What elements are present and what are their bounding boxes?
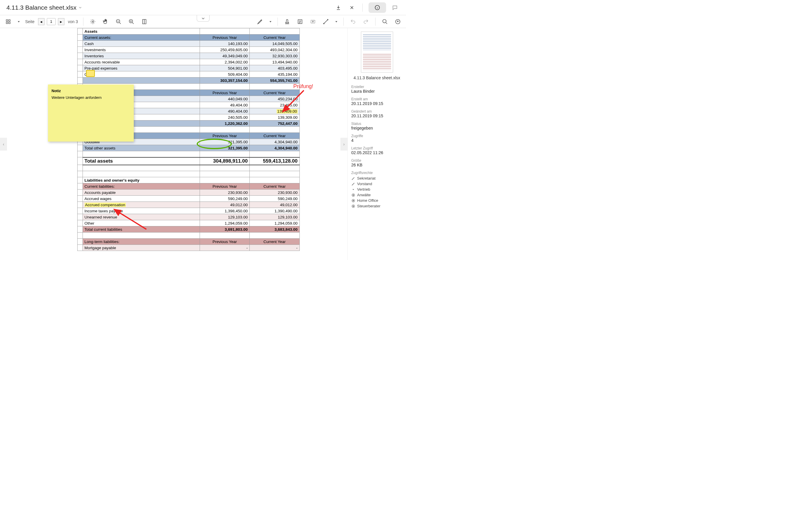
svg-point-6 xyxy=(92,21,94,22)
svg-point-14 xyxy=(327,19,328,20)
titlebar: 4.11.3 Balance sheet.xlsx xyxy=(0,0,406,15)
chevron-down-icon xyxy=(78,5,82,10)
dropdown-arrow[interactable] xyxy=(16,17,22,26)
page-label: Seite xyxy=(25,19,34,24)
close-button[interactable] xyxy=(347,3,356,12)
arrow-annotation-2 xyxy=(111,206,149,232)
svg-rect-4 xyxy=(9,22,10,23)
grid-view-button[interactable] xyxy=(3,17,14,26)
svg-rect-1 xyxy=(6,20,8,21)
sticky-body: Weitere Unterlagen anfordern xyxy=(51,95,102,100)
note-marker-icon[interactable] xyxy=(86,70,95,77)
svg-point-23 xyxy=(353,194,354,196)
stamp-button[interactable] xyxy=(282,17,292,26)
comment-button[interactable] xyxy=(390,3,399,12)
highlighter-button[interactable] xyxy=(255,17,265,26)
document-viewer: ‹ › AssetsCurrent assets:Previous YearCu… xyxy=(0,28,347,260)
annotation-text-pruefung: Prüfung! xyxy=(293,83,313,89)
info-sidebar: 4.11.3 Balance sheet.xlsx ErstellerLaura… xyxy=(347,28,406,260)
pan-button[interactable] xyxy=(100,17,111,26)
export-button[interactable] xyxy=(393,17,403,26)
collapse-toolbar-tab[interactable] xyxy=(197,15,210,22)
access-right-row: Vertrieb xyxy=(351,187,402,191)
info-button[interactable] xyxy=(369,2,386,13)
svg-rect-3 xyxy=(6,22,8,23)
title-text: 4.11.3 Balance sheet.xlsx xyxy=(6,4,76,11)
down-icon xyxy=(351,187,355,191)
svg-line-19 xyxy=(283,90,304,112)
undo-button[interactable] xyxy=(348,17,358,26)
sidebar-doc-name: 4.11.3 Balance sheet.xlsx xyxy=(351,75,402,80)
svg-point-27 xyxy=(353,206,354,207)
line-drop[interactable] xyxy=(334,17,339,26)
svg-marker-15 xyxy=(336,21,338,22)
prev-page-button[interactable]: ◂ xyxy=(38,18,45,25)
svg-rect-2 xyxy=(9,20,10,21)
zoom-out-button[interactable] xyxy=(113,17,124,26)
settings-button[interactable] xyxy=(88,17,98,26)
eye-icon xyxy=(351,199,355,203)
pencil-icon xyxy=(351,176,355,180)
zoom-in-button[interactable] xyxy=(126,17,137,26)
download-button[interactable] xyxy=(334,3,343,12)
svg-marker-10 xyxy=(270,21,272,22)
arrow-annotation-1 xyxy=(280,89,307,115)
document-title[interactable]: 4.11.3 Balance sheet.xlsx xyxy=(6,4,82,11)
text-box-button[interactable] xyxy=(307,17,318,26)
next-page-button[interactable]: ▸ xyxy=(58,18,65,25)
separator xyxy=(362,3,363,12)
svg-point-13 xyxy=(323,23,324,24)
page-layout-button[interactable] xyxy=(139,17,150,26)
page-input[interactable] xyxy=(47,18,56,25)
line-button[interactable] xyxy=(321,17,331,26)
highlighter-drop[interactable] xyxy=(268,17,273,26)
access-right-row: Home Office xyxy=(351,198,402,203)
access-right-row: Steuerberater xyxy=(351,204,402,208)
sticky-title: Notiz xyxy=(51,88,130,93)
page-thumbnail[interactable] xyxy=(361,32,393,73)
rights-label: Zugriffsrechte xyxy=(351,171,402,175)
sticky-note[interactable]: Notiz Weitere Unterlagen anfordern xyxy=(48,84,134,141)
access-right-row: Sekretariat xyxy=(351,176,402,180)
spreadsheet: AssetsCurrent assets:Previous YearCurren… xyxy=(77,28,300,260)
prev-doc-arrow[interactable]: ‹ xyxy=(0,138,7,151)
redo-button[interactable] xyxy=(361,17,371,26)
svg-line-21 xyxy=(114,209,146,229)
note-button[interactable] xyxy=(295,17,305,26)
page-of-label: von 3 xyxy=(68,19,78,24)
access-right-row: Anwälte xyxy=(351,193,402,197)
search-button[interactable] xyxy=(380,17,390,26)
svg-point-16 xyxy=(383,19,386,23)
svg-point-25 xyxy=(353,200,354,201)
eye-icon xyxy=(351,193,355,197)
access-right-row: Vorstand xyxy=(351,182,402,186)
svg-marker-5 xyxy=(18,21,20,22)
eye-icon xyxy=(351,204,355,208)
pencil-icon xyxy=(351,182,355,186)
